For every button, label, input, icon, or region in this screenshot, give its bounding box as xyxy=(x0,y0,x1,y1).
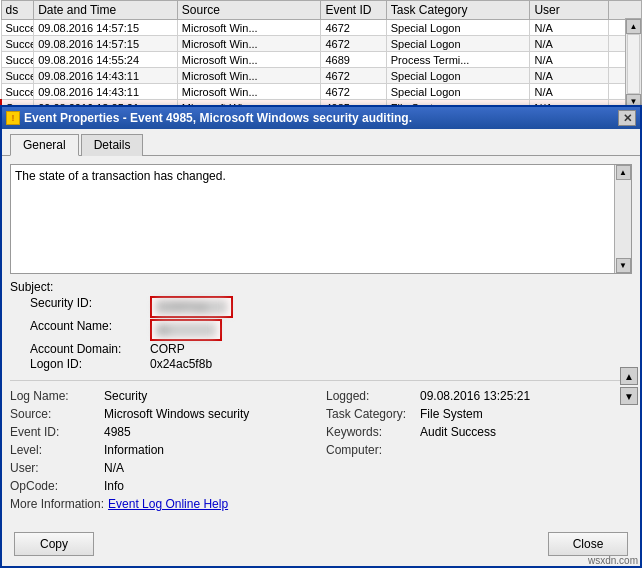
logon-id-label: Logon ID: xyxy=(30,357,150,371)
cell-source: Microsoft Win... xyxy=(177,52,321,68)
security-id-redacted-box: CORP\da xyxy=(150,296,233,318)
description-scrollbar[interactable]: ▲ ▼ xyxy=(614,165,631,273)
security-id-value: CORP\da xyxy=(150,296,632,318)
cell-eventid: 4672 xyxy=(321,84,386,100)
account-name-redacted-box: da xyxy=(150,319,222,341)
logged-value: 09.08.2016 13:25:21 xyxy=(420,389,530,403)
cell-eventid: 4689 xyxy=(321,52,386,68)
table-row[interactable]: Success 09.08.2016 14:57:15 Microsoft Wi… xyxy=(1,36,641,52)
source-value: Microsoft Windows security xyxy=(104,407,249,421)
description-text: The state of a transaction has changed. xyxy=(15,169,226,183)
scroll-up-arrow[interactable]: ▲ xyxy=(626,19,641,34)
logon-id-row: Logon ID: 0x24ac5f8b xyxy=(30,357,632,371)
event-id-label: Event ID: xyxy=(10,425,100,439)
cell-user: N/A xyxy=(530,36,608,52)
desc-scroll-down[interactable]: ▼ xyxy=(616,258,631,273)
cell-eventid: 4672 xyxy=(321,36,386,52)
account-name-text: da xyxy=(156,323,216,337)
desc-scroll-up[interactable]: ▲ xyxy=(616,165,631,180)
account-domain-label: Account Domain: xyxy=(30,342,150,356)
log-name-label: Log Name: xyxy=(10,389,100,403)
col-eventid: Event ID xyxy=(321,1,386,20)
dialog-titlebar: ! Event Properties - Event 4985, Microso… xyxy=(2,107,640,129)
event-description-box: The state of a transaction has changed. … xyxy=(10,164,632,274)
computer-row: Computer: xyxy=(326,443,632,457)
right-arrows: ▲ ▼ xyxy=(620,367,638,405)
cell-user: N/A xyxy=(530,68,608,84)
more-info-label: More Information: xyxy=(10,497,104,511)
user-value: N/A xyxy=(104,461,124,475)
security-id-text: CORP\da xyxy=(156,300,227,314)
log-name-value: Security xyxy=(104,389,147,403)
cell-datetime: 09.08.2016 14:55:24 xyxy=(34,52,178,68)
cell-status: Success xyxy=(1,52,34,68)
keywords-row: Keywords: Audit Success xyxy=(326,425,632,439)
cell-user: N/A xyxy=(530,20,608,36)
level-row: Level: Information xyxy=(10,443,316,457)
keywords-value: Audit Success xyxy=(420,425,496,439)
table-row[interactable]: Success 09.08.2016 14:57:15 Microsoft Wi… xyxy=(1,20,641,36)
level-value: Information xyxy=(104,443,164,457)
log-name-row: Log Name: Security xyxy=(10,389,316,403)
cell-task: Special Logon xyxy=(386,20,530,36)
cell-status: Success xyxy=(1,68,34,84)
dialog-icon: ! xyxy=(6,111,20,125)
dialog-content: The state of a transaction has changed. … xyxy=(2,156,640,563)
col-status: ds xyxy=(1,1,34,20)
account-domain-row: Account Domain: CORP xyxy=(30,342,632,356)
right-arrow-down[interactable]: ▼ xyxy=(620,387,638,405)
event-id-value: 4985 xyxy=(104,425,131,439)
cell-eventid: 4672 xyxy=(321,68,386,84)
source-row: Source: Microsoft Windows security xyxy=(10,407,316,421)
event-description-text: The state of a transaction has changed. xyxy=(15,169,627,183)
dialog-title-text: Event Properties - Event 4985, Microsoft… xyxy=(24,111,412,125)
cell-datetime: 09.08.2016 14:43:11 xyxy=(34,84,178,100)
event-properties-dialog: ! Event Properties - Event 4985, Microso… xyxy=(0,105,642,568)
computer-label: Computer: xyxy=(326,443,416,457)
subject-label: Subject: xyxy=(10,280,53,294)
task-category-label: Task Category: xyxy=(326,407,416,421)
cell-datetime: 09.08.2016 14:57:15 xyxy=(34,20,178,36)
col-datetime: Date and Time xyxy=(34,1,178,20)
divider xyxy=(10,380,632,381)
tab-general[interactable]: General xyxy=(10,134,79,156)
security-id-row: Security ID: CORP\da xyxy=(30,296,632,318)
col-source: Source xyxy=(177,1,321,20)
account-name-row: Account Name: da xyxy=(30,319,632,341)
user-row: User: N/A xyxy=(10,461,316,475)
table-row[interactable]: Success 09.08.2016 14:55:24 Microsoft Wi… xyxy=(1,52,641,68)
account-domain-value: CORP xyxy=(150,342,632,356)
copy-button[interactable]: Copy xyxy=(14,532,94,556)
table-row[interactable]: Success 09.08.2016 14:43:11 Microsoft Wi… xyxy=(1,68,641,84)
cell-datetime: 09.08.2016 14:57:15 xyxy=(34,36,178,52)
col-spacer xyxy=(608,1,641,20)
right-arrow-up[interactable]: ▲ xyxy=(620,367,638,385)
tab-details[interactable]: Details xyxy=(81,134,144,156)
table-scrollbar[interactable]: ▲ ▼ xyxy=(625,18,642,110)
cell-task: Special Logon xyxy=(386,84,530,100)
logon-id-value: 0x24ac5f8b xyxy=(150,357,632,371)
opcode-label: OpCode: xyxy=(10,479,100,493)
more-info-row: More Information: Event Log Online Help xyxy=(10,497,316,511)
opcode-value: Info xyxy=(104,479,124,493)
cell-status: Success xyxy=(1,20,34,36)
cell-source: Microsoft Win... xyxy=(177,84,321,100)
level-label: Level: xyxy=(10,443,100,457)
dialog-close-button[interactable]: ✕ xyxy=(618,110,636,126)
cell-user: N/A xyxy=(530,52,608,68)
cell-eventid: 4672 xyxy=(321,20,386,36)
cell-task: Special Logon xyxy=(386,68,530,84)
cell-task: Process Termi... xyxy=(386,52,530,68)
source-label: Source: xyxy=(10,407,100,421)
dialog-tabs: General Details xyxy=(2,129,640,156)
event-log-online-help-link[interactable]: Event Log Online Help xyxy=(108,497,228,511)
cell-status: Success xyxy=(1,84,34,100)
col-user: User xyxy=(530,1,608,20)
table-row[interactable]: Success 09.08.2016 14:43:11 Microsoft Wi… xyxy=(1,84,641,100)
col-task: Task Category xyxy=(386,1,530,20)
empty-row2 xyxy=(326,479,632,493)
close-button[interactable]: Close xyxy=(548,532,628,556)
logged-row: Logged: 09.08.2016 13:25:21 xyxy=(326,389,632,403)
task-category-row: Task Category: File System xyxy=(326,407,632,421)
cell-source: Microsoft Win... xyxy=(177,68,321,84)
